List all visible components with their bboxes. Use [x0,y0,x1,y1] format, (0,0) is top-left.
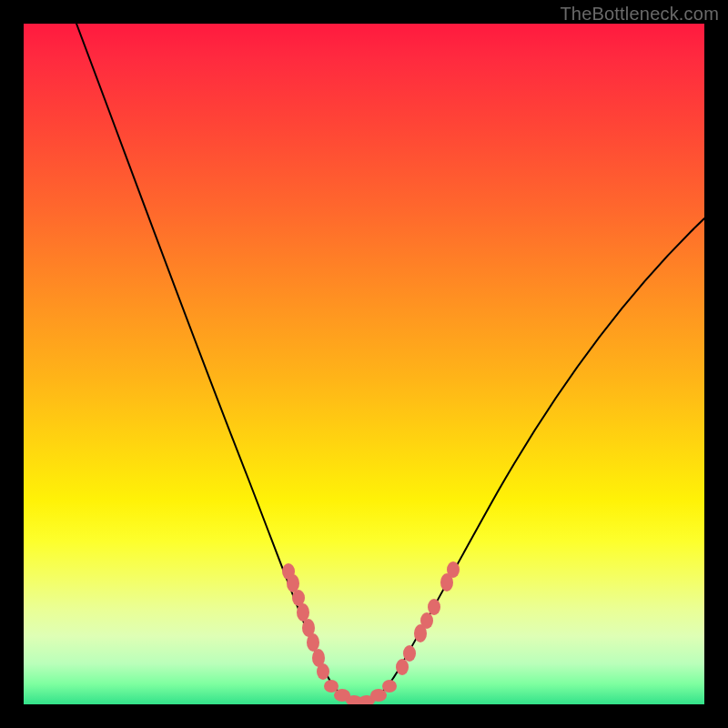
svg-point-17 [420,612,433,629]
svg-point-20 [447,561,460,578]
svg-point-1 [287,574,299,592]
svg-point-13 [382,680,397,693]
dot-cluster-left [282,563,329,680]
dot-cluster-bottom [324,680,397,704]
plot-area [24,24,704,704]
bottleneck-curve [76,24,704,703]
svg-point-14 [396,659,409,675]
svg-point-3 [297,603,309,622]
dot-cluster-right [396,561,460,675]
svg-point-7 [317,663,329,680]
svg-point-8 [324,680,339,693]
chart-frame: TheBottleneck.com [0,0,728,728]
svg-point-5 [307,633,319,652]
watermark-text: TheBottleneck.com [560,4,719,25]
svg-point-12 [370,689,387,702]
svg-point-15 [403,645,416,662]
svg-point-18 [428,599,440,615]
curve-layer [24,24,704,704]
